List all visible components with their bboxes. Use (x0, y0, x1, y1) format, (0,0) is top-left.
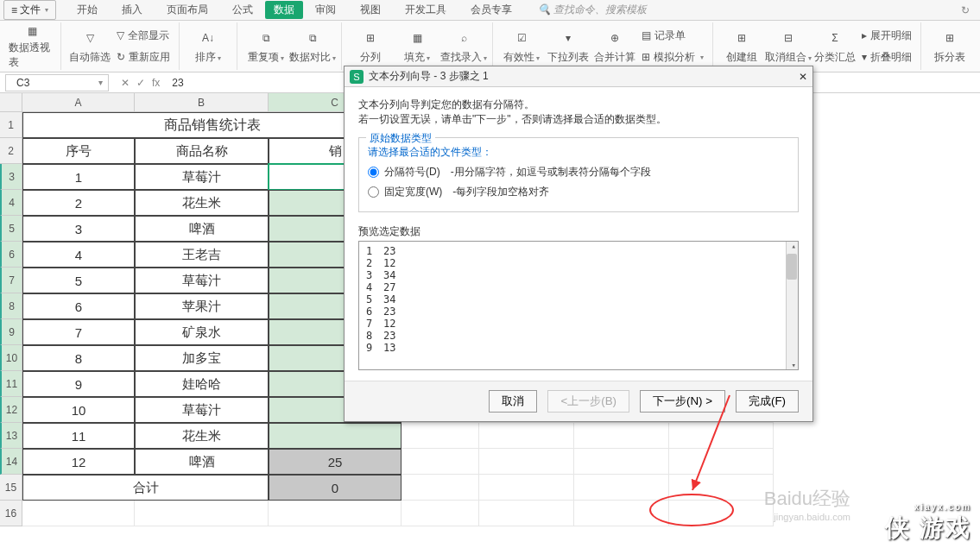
cell[interactable] (401, 501, 479, 526)
scroll-up-icon[interactable]: ▴ (792, 242, 796, 250)
column-header[interactable]: A (22, 93, 135, 112)
cell[interactable]: 啤酒 (135, 449, 269, 475)
cell[interactable] (401, 475, 479, 501)
row-header[interactable]: 16 (0, 501, 22, 526)
radio-delimited-input[interactable] (368, 167, 379, 178)
tab-insert[interactable]: 插入 (110, 3, 155, 17)
cell[interactable]: 1 (22, 164, 135, 190)
row-header[interactable]: 8 (0, 293, 22, 319)
consolidate-button[interactable]: ⊕合并计算 (591, 23, 638, 70)
tab-view[interactable]: 视图 (348, 3, 393, 17)
cell[interactable] (479, 501, 574, 526)
ungroup-button[interactable]: ⊟取消组合▾ (765, 23, 812, 70)
tab-start[interactable]: 开始 (65, 3, 110, 17)
cell[interactable] (401, 423, 479, 449)
recordform-button[interactable]: ▤记录单 (638, 27, 707, 45)
cell[interactable]: 25 (269, 449, 401, 475)
cell[interactable] (574, 423, 669, 449)
cell[interactable]: 7 (22, 319, 135, 345)
cell[interactable]: 啤酒 (135, 216, 269, 242)
autofilter-button[interactable]: ▽自动筛选 (66, 23, 113, 70)
group-button[interactable]: ⊞创建组 (718, 23, 765, 70)
radio-fixedwidth-input[interactable] (368, 186, 379, 198)
row-header[interactable]: 11 (0, 371, 22, 397)
radio-delimited[interactable]: 分隔符号(D) -用分隔字符，如逗号或制表符分隔每个字段 (368, 165, 789, 180)
whatif-button[interactable]: ⊞模拟分析▾ (638, 48, 707, 66)
cell[interactable]: 2 (22, 190, 135, 216)
splittable-button[interactable]: ⊞拆分表 (926, 23, 973, 70)
tab-vip[interactable]: 会员专享 (458, 3, 524, 17)
tab-layout[interactable]: 页面布局 (155, 3, 220, 17)
cell[interactable]: 草莓汁 (135, 397, 269, 423)
row-header[interactable]: 1 (0, 112, 22, 138)
cell[interactable]: 草莓汁 (135, 268, 269, 293)
cell[interactable]: 3 (22, 216, 135, 242)
row-header[interactable]: 2 (0, 138, 22, 164)
cell[interactable]: 苹果汁 (135, 293, 269, 319)
fill-button[interactable]: ▦填充▾ (394, 23, 440, 70)
sort-button[interactable]: A↓排序▾ (185, 23, 231, 70)
tab-formula[interactable]: 公式 (220, 3, 265, 17)
enter-icon[interactable]: ✓ (136, 77, 145, 89)
row-header[interactable]: 15 (0, 475, 22, 501)
finish-button[interactable]: 完成(F) (736, 390, 799, 413)
cell[interactable] (135, 501, 269, 526)
cell[interactable]: 5 (22, 268, 135, 293)
validity-button[interactable]: ☑有效性▾ (498, 23, 545, 70)
cell[interactable]: 序号 (22, 138, 135, 164)
next-button[interactable]: 下一步(N) > (640, 390, 725, 413)
dropdown-button[interactable]: ▾下拉列表 (545, 23, 591, 70)
duplicates-button[interactable]: ⧉重复项▾ (243, 23, 289, 70)
scroll-down-icon[interactable]: ▾ (792, 361, 796, 369)
row-header[interactable]: 13 (0, 423, 22, 449)
cell[interactable]: 6 (22, 293, 135, 319)
cell[interactable]: 11 (22, 423, 135, 449)
cell[interactable]: 花生米 (135, 423, 269, 449)
cell[interactable] (22, 501, 135, 526)
cell[interactable] (269, 501, 401, 526)
name-box[interactable]: C3 (5, 74, 109, 91)
cell[interactable] (669, 449, 774, 475)
cell[interactable]: 矿泉水 (135, 319, 269, 345)
showall-button[interactable]: ▽全部显示 (113, 27, 174, 45)
row-header[interactable]: 4 (0, 190, 22, 216)
hidedetail-button[interactable]: ▾折叠明细 (858, 48, 915, 66)
select-all-corner[interactable] (0, 93, 22, 112)
cell[interactable]: 娃哈哈 (135, 371, 269, 397)
preview-box[interactable]: 123456789 231234273423122313 ▴ ▾ (358, 241, 799, 370)
cell[interactable]: 10 (22, 397, 135, 423)
scroll-thumb[interactable] (787, 254, 797, 280)
preview-scrollbar[interactable]: ▴ ▾ (786, 242, 798, 369)
row-header[interactable]: 12 (0, 397, 22, 423)
subtotal-button[interactable]: Σ分类汇总 (812, 23, 858, 70)
cell[interactable] (479, 423, 574, 449)
tab-dev[interactable]: 开发工具 (393, 3, 458, 17)
cell[interactable] (269, 423, 401, 449)
cell[interactable] (574, 475, 669, 501)
cell[interactable]: 合计 (22, 475, 269, 501)
cell[interactable]: 王老吉 (135, 242, 269, 268)
cell[interactable]: 8 (22, 345, 135, 371)
cancel-icon[interactable]: ✕ (121, 77, 130, 89)
reapply-button[interactable]: ↻重新应用 (113, 48, 174, 66)
findinput-button[interactable]: ⌕查找录入▾ (440, 23, 487, 70)
tab-review[interactable]: 审阅 (303, 3, 348, 17)
cell[interactable] (574, 501, 669, 526)
cell[interactable] (479, 449, 574, 475)
cancel-button[interactable]: 取消 (489, 390, 537, 413)
showdetail-button[interactable]: ▸展开明细 (858, 27, 915, 45)
cell[interactable]: 9 (22, 371, 135, 397)
cell[interactable] (479, 475, 574, 501)
tab-data[interactable]: 数据 (265, 1, 303, 19)
settings-icon[interactable]: ↻ (954, 4, 977, 16)
row-header[interactable]: 10 (0, 345, 22, 371)
pivot-table-button[interactable]: ▦数据透视表 (9, 23, 55, 70)
row-header[interactable]: 6 (0, 242, 22, 268)
radio-fixedwidth[interactable]: 固定宽度(W) -每列字段加空格对齐 (368, 185, 789, 199)
cell[interactable] (401, 449, 479, 475)
cell[interactable]: 0 (269, 475, 401, 501)
cell[interactable]: 商品名称 (135, 138, 269, 164)
row-header[interactable]: 3 (0, 164, 22, 190)
row-header[interactable]: 14 (0, 449, 22, 475)
row-header[interactable]: 5 (0, 216, 22, 242)
